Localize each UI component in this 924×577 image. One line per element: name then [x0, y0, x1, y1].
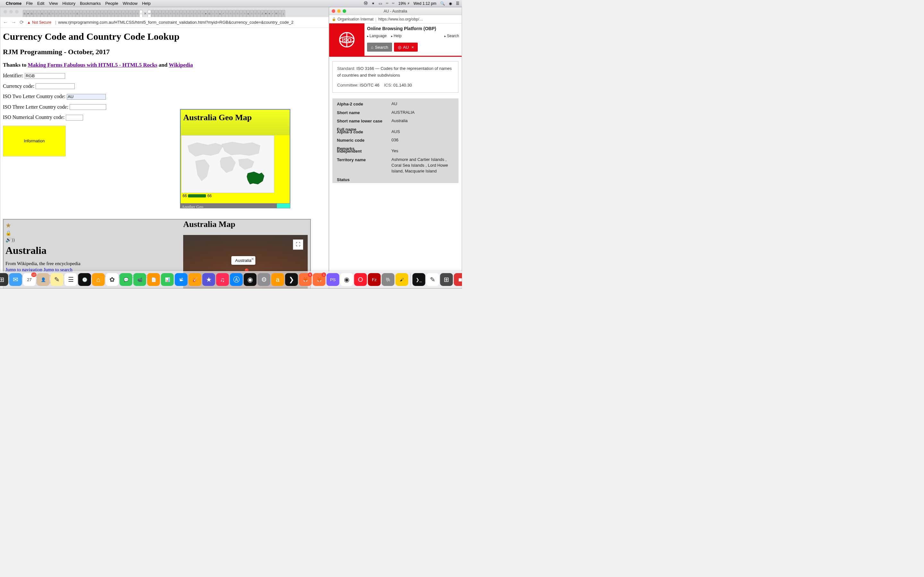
browser-tab[interactable]: ☆ — [278, 10, 282, 17]
menubar-wifi-icon[interactable]: ⌔ — [392, 1, 394, 6]
browser-tab[interactable]: Z — [260, 10, 264, 17]
dock-app-unk1[interactable]: ⊞ — [440, 273, 453, 286]
browser-tab[interactable]: ☆ — [172, 10, 176, 17]
browser-tab[interactable]: ☆ — [111, 10, 115, 17]
dock-app-home[interactable]: ⌂ — [92, 273, 105, 286]
browser-tab[interactable]: ☆ — [257, 10, 260, 17]
browser-tab[interactable]: ☆ — [176, 10, 179, 17]
menubar-battery[interactable]: 19% ⚡︎ — [398, 1, 409, 6]
dock-app-contacts[interactable]: 👤 — [37, 273, 50, 286]
browser-tab[interactable]: ☆ — [69, 10, 72, 17]
browser-tab[interactable]: E — [76, 10, 79, 17]
browser-tab[interactable]: ☆ — [232, 10, 236, 17]
menubar-app-name[interactable]: Chrome — [6, 1, 21, 6]
iso-urlbar[interactable]: 🔒 Organisation Internat | https://www.is… — [329, 15, 462, 23]
menubar-spotlight-icon[interactable]: 🔍 — [440, 1, 445, 6]
back-button[interactable]: ← — [3, 19, 8, 25]
browser-tab[interactable]: ☆ — [44, 10, 47, 17]
dock-app-mamp[interactable]: 🐘 — [382, 273, 395, 286]
browser-tab[interactable]: ☆ — [132, 10, 136, 17]
dock-app-keynote[interactable]: 📽 — [175, 273, 188, 286]
dock-app-paint[interactable]: 🖌 — [396, 273, 409, 286]
iso2-input[interactable] — [67, 94, 106, 100]
dock-app-facetime[interactable]: 📹 — [134, 273, 146, 286]
browser-tab[interactable]: ☆ — [107, 10, 111, 17]
menu-bookmarks[interactable]: Bookmarks — [80, 1, 101, 6]
browser-tab[interactable]: ☆ — [158, 10, 162, 17]
menu-history[interactable]: History — [62, 1, 75, 6]
browser-tab[interactable]: ✓ — [222, 10, 225, 17]
information-button[interactable]: Information — [3, 126, 66, 156]
browser-tab[interactable]: ☆ — [155, 10, 158, 17]
browser-tab[interactable]: ¥ — [268, 10, 271, 17]
dock-app-amazon[interactable]: a — [271, 273, 284, 286]
menu-view[interactable]: View — [49, 1, 58, 6]
dock-app-appstore[interactable]: Ⓐ — [230, 273, 243, 286]
dock-app-unk2[interactable]: ■ — [454, 273, 462, 286]
dock-app-firefox2[interactable]: 🦊1 — [313, 273, 326, 286]
link-wikipedia[interactable]: Wikipedia — [169, 62, 193, 68]
menubar-siri-icon[interactable]: ◉ — [449, 1, 452, 6]
menubar-m-icon[interactable]: Ⓜ — [364, 1, 368, 6]
iso-logo[interactable]: ISO — [329, 23, 365, 56]
browser-tab[interactable]: ☆ — [200, 10, 204, 17]
fullscreen-button[interactable]: ⛶ — [293, 239, 303, 250]
browser-tab[interactable]: ☆ — [33, 10, 37, 17]
menubar-bluetooth-icon[interactable]: ⌔ — [386, 1, 388, 6]
tab-close-icon[interactable]: ✕ — [411, 45, 414, 49]
browser-tab[interactable]: R — [275, 10, 278, 17]
dock-app-textedit[interactable]: ✎ — [426, 273, 439, 286]
dock-app-activity[interactable]: ◉ — [244, 273, 257, 286]
window-controls[interactable] — [3, 10, 19, 13]
browser-tab[interactable]: ☆ — [183, 10, 186, 17]
browser-tab[interactable]: a — [246, 10, 250, 17]
browser-tab[interactable]: ☆ — [125, 10, 129, 17]
browser-tab[interactable]: ☆ — [239, 10, 243, 17]
browser-tab[interactable]: ● — [204, 10, 208, 17]
link-html5rocks[interactable]: Making Forms Fabulous with HTML5 - HTML5… — [27, 62, 157, 68]
browser-tab[interactable]: ✓ — [271, 10, 275, 17]
lang-dropdown[interactable]: Language — [367, 34, 387, 38]
identifier-input[interactable] — [25, 73, 65, 79]
dock-app-firefox[interactable]: 🦊6 — [299, 273, 312, 286]
browser-tab[interactable]: ☆ — [229, 10, 232, 17]
help-dropdown[interactable]: Help — [391, 34, 401, 38]
menu-people[interactable]: People — [105, 1, 118, 6]
browser-tab[interactable]: ☆ — [194, 10, 197, 17]
browser-tab[interactable]: Σ — [47, 10, 51, 17]
dock-app-dashboard[interactable]: ⊞ — [0, 273, 8, 286]
search-link[interactable]: Search — [444, 34, 459, 38]
menu-edit[interactable]: Edit — [37, 1, 44, 6]
dock-app-terminal[interactable]: ❯_ — [413, 273, 425, 286]
browser-tab[interactable]: ☆ — [215, 10, 218, 17]
browser-tab[interactable]: ☆ — [100, 10, 104, 17]
browser-tab[interactable]: E — [40, 10, 44, 17]
geo-slider[interactable] — [188, 194, 206, 197]
browser-tab[interactable]: ☆ — [165, 10, 169, 17]
dock-app-phpstorm[interactable]: PS — [326, 273, 339, 286]
dock-app-calendar[interactable]: 2713 — [23, 273, 36, 286]
browser-tab[interactable]: G — [30, 10, 33, 17]
ison-input[interactable] — [66, 115, 83, 121]
menu-file[interactable]: File — [26, 1, 33, 6]
browser-tab[interactable]: ☆ — [115, 10, 118, 17]
dock-app-pages[interactable]: 📄 — [147, 273, 160, 286]
menubar-notification-icon[interactable]: ☰ — [456, 1, 459, 6]
browser-tab[interactable]: ☆ — [186, 10, 190, 17]
browser-tab[interactable]: ☆ — [211, 10, 215, 17]
browser-tab[interactable]: ☆ — [243, 10, 246, 17]
browser-tab[interactable]: ☆ — [129, 10, 132, 17]
browser-tab[interactable]: ☆ — [162, 10, 165, 17]
dock-app-reminders[interactable]: ☰ — [65, 273, 78, 286]
dock-app-chrome[interactable]: ◉ — [341, 273, 353, 286]
browser-tab[interactable]: ☆ — [179, 10, 183, 17]
browser-tab[interactable]: ☆ — [97, 10, 100, 17]
dock-app-itunes[interactable]: ♫ — [216, 273, 229, 286]
browser-tab[interactable]: ☆ — [104, 10, 107, 17]
browser-tab[interactable]: ☆ — [121, 10, 125, 17]
tab-close-icon[interactable]: ✕ — [144, 11, 147, 16]
browser-tab[interactable]: ☆ — [83, 10, 86, 17]
dock-app-garageband[interactable]: 🎸 — [189, 273, 202, 286]
dock-app-clock[interactable]: 🕐 — [78, 273, 91, 286]
browser-tab[interactable]: ☆ — [90, 10, 94, 17]
